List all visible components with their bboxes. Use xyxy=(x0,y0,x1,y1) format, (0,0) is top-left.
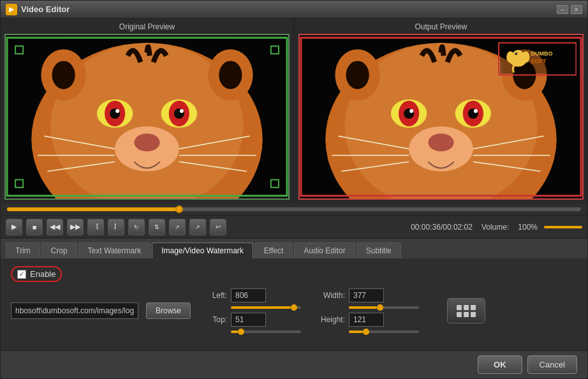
svg-point-40 xyxy=(428,133,453,151)
original-video-frame xyxy=(6,35,288,198)
svg-point-9 xyxy=(115,109,119,113)
height-slider[interactable] xyxy=(349,331,419,333)
height-label: Height: xyxy=(316,315,345,324)
top-label: Top: xyxy=(198,315,227,324)
playback-thumb[interactable] xyxy=(175,205,183,213)
mark-out-button[interactable]: 】 xyxy=(108,219,124,235)
left-row: Left: xyxy=(198,288,301,302)
left-slider-row xyxy=(198,306,301,309)
width-slider-row xyxy=(316,306,419,309)
volume-label: Volume: xyxy=(481,223,509,232)
svg-text:DUMBO: DUMBO xyxy=(531,50,552,57)
original-preview-label: Original Preview xyxy=(119,22,175,31)
width-slider-fill xyxy=(349,306,377,309)
left-label: Left: xyxy=(198,291,227,300)
width-input[interactable] xyxy=(349,288,384,302)
minimize-button[interactable]: ─ xyxy=(557,5,568,14)
playback-track[interactable] xyxy=(7,207,581,211)
svg-point-12 xyxy=(134,133,159,151)
forward-button[interactable]: ▶▶ xyxy=(67,219,84,235)
enable-checkbox[interactable] xyxy=(17,270,26,279)
align-dot-2 xyxy=(464,305,469,310)
left-input[interactable] xyxy=(231,288,266,302)
ok-button[interactable]: OK xyxy=(478,355,522,374)
width-height-group: Width: Height: xyxy=(316,288,419,333)
next-frame-button[interactable]: ↗ xyxy=(189,219,206,235)
align-dot-6 xyxy=(471,312,476,317)
volume-slider[interactable] xyxy=(544,226,582,228)
enable-checkbox-wrapper[interactable]: Enable xyxy=(11,266,62,282)
align-dot-1 xyxy=(457,305,462,310)
svg-point-49 xyxy=(346,61,369,89)
output-preview-panel: Output Preview xyxy=(295,19,587,204)
app-icon: ▶ xyxy=(6,4,17,15)
svg-point-54 xyxy=(513,50,523,59)
align-button-group xyxy=(447,288,485,333)
play-button[interactable]: ▶ xyxy=(6,219,22,235)
tab-image-video-watermark[interactable]: Image/Video Watermark xyxy=(152,242,253,258)
preview-area: Original Preview xyxy=(1,19,587,204)
height-slider-fill xyxy=(349,331,363,333)
width-slider-thumb xyxy=(377,304,383,311)
tab-crop[interactable]: Crop xyxy=(41,242,77,258)
undo-button[interactable]: ↩ xyxy=(210,219,226,235)
top-slider[interactable] xyxy=(231,331,301,333)
top-row: Top: xyxy=(198,313,301,327)
output-video-frame: DUMBO SOFT xyxy=(300,35,582,198)
transport-bar: ▶ ■ ◀◀ ▶▶ 【 】 ↻ ⇅ ↗ ↗ ↩ 00:00:36/00:02:0… xyxy=(1,215,587,238)
output-preview-label: Output Preview xyxy=(415,22,467,31)
mark-in-button[interactable]: 【 xyxy=(87,219,104,235)
left-slider-thumb xyxy=(291,304,297,311)
svg-point-57 xyxy=(515,52,517,55)
svg-point-37 xyxy=(409,109,413,113)
enable-label: Enable xyxy=(30,269,55,279)
video-editor-window: ▶ Video Editor ─ ✕ Original Preview xyxy=(0,0,588,379)
svg-text:SOFT: SOFT xyxy=(531,58,547,64)
original-preview-frame xyxy=(4,34,290,200)
stop-button[interactable]: ■ xyxy=(26,219,43,235)
svg-point-38 xyxy=(474,109,478,113)
loop-button[interactable]: ↻ xyxy=(128,219,145,235)
file-row: Browse Left: Top: xyxy=(11,288,577,333)
tab-effect[interactable]: Effect xyxy=(254,242,293,258)
output-preview-frame: DUMBO SOFT xyxy=(298,34,584,200)
width-slider[interactable] xyxy=(349,306,419,309)
svg-point-21 xyxy=(52,61,75,89)
playback-fill xyxy=(7,207,179,211)
left-top-group: Left: Top: xyxy=(198,288,301,333)
prev-frame-button[interactable]: ↗ xyxy=(169,219,186,235)
width-row: Width: xyxy=(316,288,419,302)
svg-point-22 xyxy=(219,61,242,89)
browse-button[interactable]: Browse xyxy=(146,302,191,319)
title-bar: ▶ Video Editor ─ ✕ xyxy=(1,1,587,19)
left-slider-fill xyxy=(231,306,291,309)
bottom-bar: OK Cancel xyxy=(1,350,587,378)
height-slider-row xyxy=(316,331,419,333)
align-button[interactable] xyxy=(447,298,485,323)
close-button[interactable]: ✕ xyxy=(571,5,582,14)
tab-subtitle[interactable]: Subtitle xyxy=(356,242,401,258)
tab-trim[interactable]: Trim xyxy=(6,242,40,258)
enable-row: Enable xyxy=(11,266,577,282)
top-input[interactable] xyxy=(231,313,266,327)
split-button[interactable]: ⇅ xyxy=(149,219,165,235)
left-slider[interactable] xyxy=(231,306,301,309)
align-dot-3 xyxy=(471,305,476,310)
rewind-button[interactable]: ◀◀ xyxy=(47,219,63,235)
tab-text-watermark[interactable]: Text Watermark xyxy=(78,242,151,258)
playback-bar xyxy=(1,204,587,215)
position-controls: Left: Top: xyxy=(198,288,577,333)
svg-point-56 xyxy=(522,51,529,63)
file-path-input[interactable] xyxy=(11,302,138,319)
align-dot-5 xyxy=(464,312,469,317)
tab-audio-editor[interactable]: Audio Editor xyxy=(294,242,355,258)
volume-value: 100% xyxy=(518,223,538,232)
cancel-button[interactable]: Cancel xyxy=(527,355,577,374)
content-area: Enable Browse Left: xyxy=(1,258,587,350)
width-label: Width: xyxy=(316,291,345,300)
window-controls: ─ ✕ xyxy=(557,5,582,14)
window-title: Video Editor xyxy=(21,4,557,14)
tabs-bar: Trim Crop Text Watermark Image/Video Wat… xyxy=(1,238,587,258)
height-input[interactable] xyxy=(349,313,384,327)
top-slider-fill xyxy=(231,331,238,333)
